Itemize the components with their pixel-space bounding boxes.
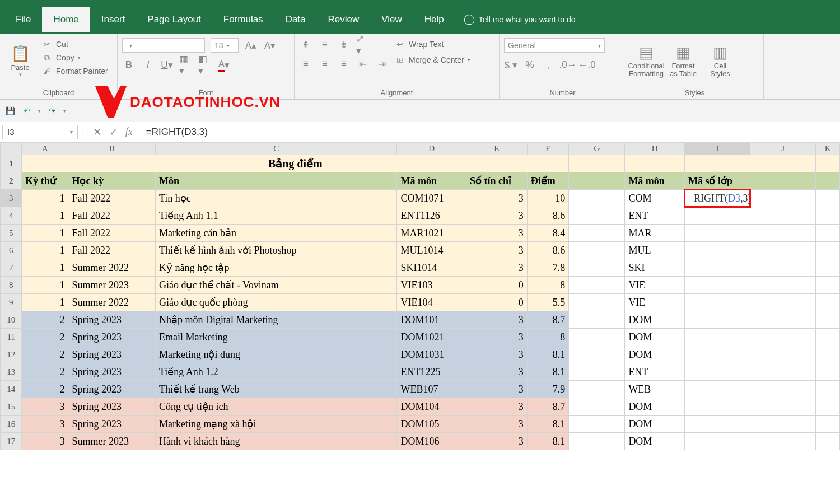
- decrease-decimal-button[interactable]: ←.0: [580, 58, 594, 72]
- orientation-button[interactable]: ⤢ ▾: [356, 38, 370, 52]
- cell[interactable]: Thiết kế trang Web: [155, 381, 396, 398]
- cell[interactable]: SKI1014: [397, 259, 466, 277]
- menu-review[interactable]: Review: [317, 7, 371, 32]
- cut-button[interactable]: ✂Cut: [41, 38, 108, 50]
- cell[interactable]: 3: [22, 398, 68, 416]
- cell[interactable]: [816, 311, 840, 329]
- cell[interactable]: 10: [527, 190, 569, 207]
- cell[interactable]: Spring 2023: [68, 329, 156, 346]
- cell[interactable]: [816, 225, 840, 242]
- cell[interactable]: MAR1021: [397, 225, 466, 242]
- cell[interactable]: Email Marketing: [155, 329, 396, 346]
- borders-button[interactable]: ▦ ▾: [179, 58, 193, 72]
- cell[interactable]: [816, 398, 840, 416]
- cell[interactable]: 3: [466, 311, 528, 329]
- cell[interactable]: [750, 155, 816, 172]
- col-header-K[interactable]: K: [816, 143, 840, 155]
- cell[interactable]: 8.1: [527, 363, 569, 381]
- cell[interactable]: Fall 2022: [68, 190, 156, 207]
- cell[interactable]: [569, 277, 625, 294]
- cell[interactable]: [816, 259, 840, 277]
- title-cell[interactable]: Bảng điểm: [22, 155, 569, 172]
- row-header[interactable]: 1: [1, 155, 22, 172]
- row-header[interactable]: 4: [1, 207, 22, 225]
- cell[interactable]: Fall 2022: [68, 242, 156, 259]
- menu-file[interactable]: File: [4, 7, 42, 32]
- cell[interactable]: 3: [22, 416, 68, 433]
- cell[interactable]: [684, 398, 750, 416]
- cell[interactable]: [684, 433, 750, 450]
- cell[interactable]: 8.6: [527, 242, 569, 259]
- cell[interactable]: Tiếng Anh 1.2: [155, 363, 396, 381]
- cell[interactable]: [684, 277, 750, 294]
- comma-button[interactable]: ,: [542, 58, 556, 72]
- header-cell[interactable]: Điểm: [527, 172, 569, 190]
- cell[interactable]: [569, 416, 625, 433]
- cell[interactable]: Spring 2023: [68, 416, 156, 433]
- cell[interactable]: 8.4: [527, 225, 569, 242]
- col-header-G[interactable]: G: [569, 143, 625, 155]
- cell[interactable]: Spring 2023: [68, 363, 156, 381]
- cell[interactable]: 8.1: [527, 416, 569, 433]
- cell[interactable]: COM1071: [397, 190, 466, 207]
- cell[interactable]: 8.6: [527, 207, 569, 225]
- cell[interactable]: ENT1126: [397, 207, 466, 225]
- format-painter-button[interactable]: 🖌Format Painter: [41, 65, 108, 77]
- cell[interactable]: [816, 381, 840, 398]
- cell[interactable]: [684, 329, 750, 346]
- cell[interactable]: [750, 277, 816, 294]
- cell[interactable]: Summer 2022: [68, 259, 156, 277]
- cell[interactable]: ENT: [625, 207, 685, 225]
- menu-home[interactable]: Home: [42, 7, 90, 32]
- insert-function-button[interactable]: fx: [125, 126, 133, 138]
- cell[interactable]: Tin học: [155, 190, 396, 207]
- cell[interactable]: 1: [22, 294, 68, 311]
- cell[interactable]: 3: [466, 346, 528, 363]
- align-middle-button[interactable]: ≡: [318, 38, 332, 52]
- cell[interactable]: [569, 363, 625, 381]
- cell[interactable]: Summer 2023: [68, 277, 156, 294]
- cell[interactable]: 1: [22, 225, 68, 242]
- cell[interactable]: [750, 294, 816, 311]
- cell[interactable]: [625, 155, 685, 172]
- row-header[interactable]: 2: [1, 172, 22, 190]
- merge-center-button[interactable]: ⊞Merge & Center ▾: [394, 54, 470, 66]
- row-header[interactable]: 5: [1, 225, 22, 242]
- cell[interactable]: ENT1225: [397, 363, 466, 381]
- cell[interactable]: 1: [22, 259, 68, 277]
- cell[interactable]: 3: [466, 329, 528, 346]
- save-button[interactable]: 💾: [4, 105, 16, 116]
- cell[interactable]: DOM105: [397, 416, 466, 433]
- cell[interactable]: Giáo dục thể chất - Vovinam: [155, 277, 396, 294]
- cell[interactable]: 5.5: [527, 294, 569, 311]
- header-cell[interactable]: Kỳ thứ: [22, 172, 68, 190]
- font-color-button[interactable]: A ▾: [217, 58, 231, 72]
- cell[interactable]: 2: [22, 329, 68, 346]
- cell[interactable]: Fall 2022: [68, 207, 156, 225]
- cell[interactable]: DOM: [625, 346, 685, 363]
- cell[interactable]: Marketing mạng xã hội: [155, 416, 396, 433]
- cell[interactable]: [750, 398, 816, 416]
- cell[interactable]: Spring 2023: [68, 398, 156, 416]
- editing-cell[interactable]: =RIGHT(D3,3): [684, 190, 750, 207]
- cell[interactable]: [816, 155, 840, 172]
- cell[interactable]: DOM: [625, 329, 685, 346]
- increase-decimal-button[interactable]: .0→: [561, 58, 575, 72]
- cell[interactable]: Marketing căn bản: [155, 225, 396, 242]
- cell[interactable]: DOM104: [397, 398, 466, 416]
- cell[interactable]: [684, 416, 750, 433]
- cell[interactable]: [750, 433, 816, 450]
- cell[interactable]: 3: [466, 242, 528, 259]
- cell[interactable]: COM: [625, 190, 685, 207]
- italic-button[interactable]: I: [141, 58, 155, 72]
- cell[interactable]: [569, 225, 625, 242]
- align-bottom-button[interactable]: ⇟: [337, 38, 351, 52]
- underline-button[interactable]: U ▾: [160, 58, 174, 72]
- format-as-table-button[interactable]: ▦Format as Table: [668, 38, 699, 83]
- cell[interactable]: 3: [22, 433, 68, 450]
- cell[interactable]: DOM: [625, 398, 685, 416]
- cell[interactable]: [684, 311, 750, 329]
- cell[interactable]: 1: [22, 190, 68, 207]
- font-name-combo[interactable]: ▾: [122, 38, 205, 53]
- menu-view[interactable]: View: [370, 7, 413, 32]
